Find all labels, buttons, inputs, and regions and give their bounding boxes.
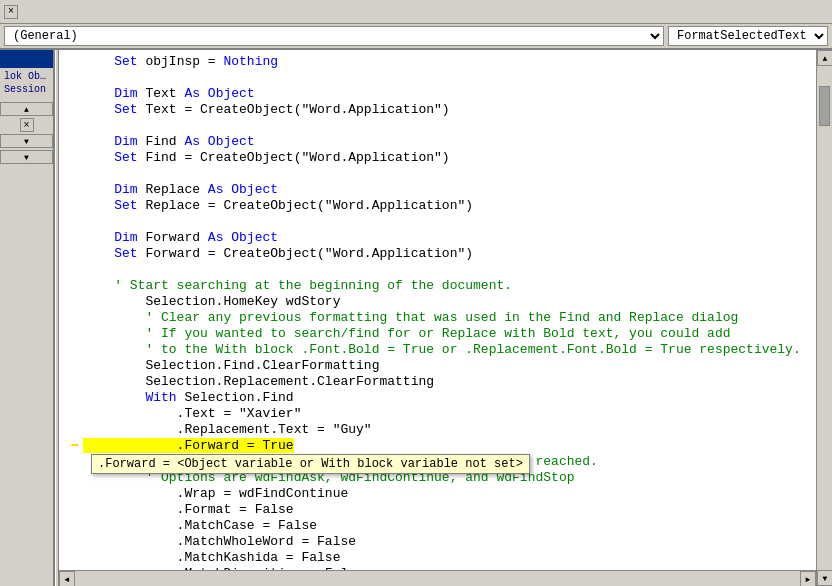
code-line bbox=[67, 118, 816, 134]
code-line: Selection.Find.ClearFormatting bbox=[67, 358, 816, 374]
left-panel: lok Object Session ▲ × ▼ ▼ bbox=[0, 50, 55, 586]
code-line: Set Text = CreateObject("Word.Applicatio… bbox=[67, 102, 816, 118]
code-line bbox=[67, 166, 816, 182]
code-line: .MatchKashida = False bbox=[67, 550, 816, 566]
code-text: .MatchCase = False bbox=[83, 518, 816, 534]
scrollbar-horizontal[interactable]: ◄ ► bbox=[59, 570, 816, 586]
code-text: Set objInsp = Nothing bbox=[83, 54, 816, 70]
code-line: ' If you wanted to search/find for or Re… bbox=[67, 326, 816, 342]
code-text: ' Clear any previous formatting that was… bbox=[83, 310, 816, 326]
code-text: Selection.HomeKey wdStory bbox=[83, 294, 816, 310]
code-text: Dim Replace As Object bbox=[83, 182, 816, 198]
code-line: .MatchWholeWord = False bbox=[67, 534, 816, 550]
code-line: With Selection.Find bbox=[67, 390, 816, 406]
code-text: .MatchWholeWord = False bbox=[83, 534, 816, 550]
code-text: ' to the With block .Font.Bold = True or… bbox=[83, 342, 816, 358]
left-arrow-down[interactable]: ▼ bbox=[0, 150, 53, 164]
code-text: Set Text = CreateObject("Word.Applicatio… bbox=[83, 102, 816, 118]
left-item-vbaproject[interactable]: lok Object bbox=[2, 70, 51, 83]
code-line: .Text = "Xavier" bbox=[67, 406, 816, 422]
code-line: ' Start searching at the beginning of th… bbox=[67, 278, 816, 294]
code-text: .Wrap = wdFindContinue bbox=[83, 486, 816, 502]
scroll-left-btn[interactable]: ◄ bbox=[59, 571, 75, 586]
code-line: .Wrap = wdFindContinue bbox=[67, 486, 816, 502]
code-line: Dim Find As Object bbox=[67, 134, 816, 150]
code-line: Dim Replace As Object bbox=[67, 182, 816, 198]
code-line: Selection.HomeKey wdStory bbox=[67, 294, 816, 310]
code-text: Selection.Find.ClearFormatting bbox=[83, 358, 816, 374]
proc-dropdown[interactable]: FormatSelectedText bbox=[668, 26, 828, 46]
scroll-thumb[interactable] bbox=[819, 86, 830, 126]
code-text: Set Find = CreateObject("Word.Applicatio… bbox=[83, 150, 816, 166]
code-text: Dim Text As Object bbox=[83, 86, 816, 102]
left-close-x[interactable]: × bbox=[20, 118, 34, 132]
scroll-track[interactable] bbox=[817, 66, 832, 570]
code-line: Dim Forward As Object bbox=[67, 230, 816, 246]
code-line: Dim Text As Object bbox=[67, 86, 816, 102]
code-text: Set Replace = CreateObject("Word.Applica… bbox=[83, 198, 816, 214]
code-line bbox=[67, 70, 816, 86]
code-content[interactable]: Set objInsp = Nothing Dim Text As Object… bbox=[59, 50, 816, 570]
scroll-right-btn[interactable]: ► bbox=[800, 571, 816, 586]
line-gutter: ➡ bbox=[67, 438, 83, 454]
code-line: Selection.Replacement.ClearFormatting bbox=[67, 374, 816, 390]
code-text: .Text = "Xavier" bbox=[83, 406, 816, 422]
left-scroll-up[interactable]: ▲ bbox=[0, 102, 53, 116]
scroll-down-btn[interactable]: ▼ bbox=[817, 570, 832, 586]
code-line: ' Clear any previous formatting that was… bbox=[67, 310, 816, 326]
code-text: .MatchDiacritics = False bbox=[83, 566, 816, 570]
title-bar: × bbox=[0, 0, 832, 24]
arrow-indicator: ➡ bbox=[71, 438, 79, 454]
dropdown-bar: (General) FormatSelectedText bbox=[0, 24, 832, 50]
code-text: Set Forward = CreateObject("Word.Applica… bbox=[83, 246, 816, 262]
code-line: .Format = False bbox=[67, 502, 816, 518]
code-line: Set Forward = CreateObject("Word.Applica… bbox=[67, 246, 816, 262]
code-line bbox=[67, 262, 816, 278]
close-button[interactable]: × bbox=[4, 5, 18, 19]
code-area: Set objInsp = Nothing Dim Text As Object… bbox=[59, 50, 816, 586]
code-line: ➡ .Forward = True bbox=[67, 438, 816, 454]
left-panel-items: lok Object Session bbox=[0, 68, 53, 98]
code-text: .Forward = True bbox=[83, 438, 816, 454]
code-line: Set objInsp = Nothing bbox=[67, 54, 816, 70]
code-text: With Selection.Find bbox=[83, 390, 816, 406]
code-text: .Format = False bbox=[83, 502, 816, 518]
code-text: Selection.Replacement.ClearFormatting bbox=[83, 374, 816, 390]
main-container: lok Object Session ▲ × ▼ ▼ Set objInsp =… bbox=[0, 50, 832, 586]
left-panel-header bbox=[0, 50, 53, 68]
left-scroll-down[interactable]: ▼ bbox=[0, 134, 53, 148]
code-text: Dim Forward As Object bbox=[83, 230, 816, 246]
tooltip-box: .Forward = <Object variable or With bloc… bbox=[91, 454, 530, 474]
code-text: ' If you wanted to search/find for or Re… bbox=[83, 326, 816, 342]
code-line: Set Replace = CreateObject("Word.Applica… bbox=[67, 198, 816, 214]
code-text: Dim Find As Object bbox=[83, 134, 816, 150]
code-line: .MatchDiacritics = False bbox=[67, 566, 816, 570]
code-line bbox=[67, 214, 816, 230]
scroll-up-btn[interactable]: ▲ bbox=[817, 50, 832, 66]
scrollbar-vertical[interactable]: ▲ ▼ bbox=[816, 50, 832, 586]
code-line: .Replacement.Text = "Guy" bbox=[67, 422, 816, 438]
code-line: .MatchCase = False bbox=[67, 518, 816, 534]
code-line: Set Find = CreateObject("Word.Applicatio… bbox=[67, 150, 816, 166]
code-text: ' Start searching at the beginning of th… bbox=[83, 278, 816, 294]
general-dropdown[interactable]: (General) bbox=[4, 26, 664, 46]
left-item-session[interactable]: Session bbox=[2, 83, 51, 96]
code-text: .Replacement.Text = "Guy" bbox=[83, 422, 816, 438]
code-text: .MatchKashida = False bbox=[83, 550, 816, 566]
code-line: ' to the With block .Font.Bold = True or… bbox=[67, 342, 816, 358]
